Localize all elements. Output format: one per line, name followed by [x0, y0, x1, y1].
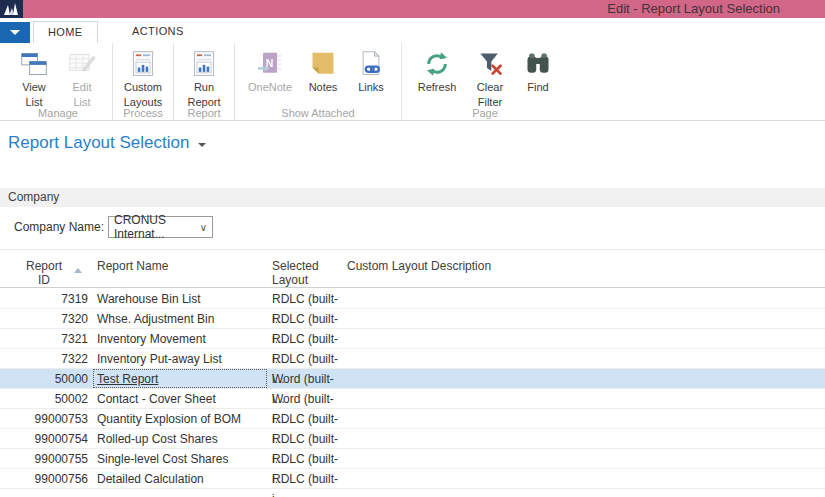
- custom-layout-description-cell[interactable]: [342, 349, 825, 368]
- notes-button[interactable]: Notes: [300, 47, 346, 96]
- column-header-report-name[interactable]: Report Name: [97, 259, 168, 273]
- table-row[interactable]: 50002Contact - Cover SheetWord (built-i.…: [0, 389, 825, 409]
- selected-layout-cell[interactable]: RDLC (built-i...: [267, 429, 342, 448]
- tab-actions[interactable]: ACTIONS: [118, 21, 198, 43]
- table-row[interactable]: 99000756Detailed CalculationRDLC (built-…: [0, 469, 825, 489]
- ribbon-group-label: Page: [402, 107, 568, 119]
- report-name-cell[interactable]: Single-level Cost Shares: [93, 449, 267, 468]
- divider: [0, 249, 825, 250]
- button-label: Clear: [477, 81, 503, 94]
- clear-filter-button[interactable]: Clear Filter: [467, 47, 513, 109]
- report-name-cell[interactable]: Rolled-up Cost Shares: [93, 429, 267, 448]
- report-id-cell[interactable]: 99000754: [0, 429, 88, 448]
- onenote-icon: N: [255, 49, 285, 79]
- table-row[interactable]: 99000754Rolled-up Cost SharesRDLC (built…: [0, 429, 825, 449]
- custom-layout-description-cell[interactable]: [342, 429, 825, 448]
- refresh-button[interactable]: Refresh: [409, 47, 465, 96]
- button-label: Notes: [309, 81, 338, 94]
- report-id-cell[interactable]: 50000: [0, 369, 88, 388]
- column-header-selected-layout[interactable]: SelectedLayout: [272, 259, 319, 287]
- selected-layout-cell[interactable]: Word (built-i...: [267, 389, 342, 408]
- table-row[interactable]: 7320Whse. Adjustment BinRDLC (built-i...: [0, 309, 825, 329]
- view-list-button[interactable]: View List: [11, 47, 57, 109]
- custom-layout-description-cell[interactable]: [342, 309, 825, 328]
- report-id-cell[interactable]: 99000753: [0, 409, 88, 428]
- find-button[interactable]: Find: [515, 47, 561, 96]
- report-name-cell[interactable]: Warehouse Bin List: [93, 289, 267, 308]
- button-label: Run: [194, 81, 214, 94]
- report-id-cell[interactable]: 7319: [0, 289, 88, 308]
- ribbon-group-report: Run Report Report: [173, 43, 234, 120]
- column-header-report-id[interactable]: ReportID: [0, 259, 88, 287]
- custom-layout-description-cell[interactable]: [342, 449, 825, 468]
- onenote-button[interactable]: N OneNote: [242, 47, 298, 96]
- run-report-icon: [189, 49, 219, 79]
- tab-home[interactable]: HOME: [33, 21, 98, 43]
- sort-ascending-icon: [74, 268, 82, 273]
- selected-layout-cell[interactable]: RDLC (built-i...: [267, 449, 342, 468]
- custom-layout-description-cell[interactable]: [342, 369, 825, 388]
- selected-layout-cell[interactable]: Word (built-i...: [267, 369, 342, 388]
- report-name-cell[interactable]: Test Report: [93, 369, 267, 388]
- table-header: ReportID Report Name SelectedLayout Cust…: [0, 253, 825, 288]
- table-row[interactable]: 99000753Quantity Explosion of BOMRDLC (b…: [0, 409, 825, 429]
- ribbon-group-process: Custom Layouts Process: [112, 43, 173, 120]
- report-id-cell[interactable]: 7322: [0, 349, 88, 368]
- refresh-icon: [422, 49, 452, 79]
- report-name-cell[interactable]: Inventory Movement: [93, 329, 267, 348]
- report-id-cell[interactable]: 50002: [0, 389, 88, 408]
- application-menu-button[interactable]: [0, 22, 30, 43]
- custom-layout-description-cell[interactable]: [342, 289, 825, 308]
- report-id-cell[interactable]: 99000756: [0, 469, 88, 488]
- custom-layout-description-cell[interactable]: [342, 389, 825, 408]
- table-row[interactable]: 7321Inventory MovementRDLC (built-i...: [0, 329, 825, 349]
- custom-layout-description-cell[interactable]: [342, 409, 825, 428]
- table-row[interactable]: 7319Warehouse Bin ListRDLC (built-i...: [0, 289, 825, 309]
- button-label: View: [22, 81, 46, 94]
- report-id-cell[interactable]: 99000755: [0, 449, 88, 468]
- company-section-header[interactable]: Company: [0, 188, 825, 207]
- notes-icon: [308, 49, 338, 79]
- report-name-cell[interactable]: Contact - Cover Sheet: [93, 389, 267, 408]
- report-id-cell[interactable]: 7320: [0, 309, 88, 328]
- find-icon: [523, 49, 553, 79]
- button-label: Refresh: [418, 81, 457, 94]
- dynamics-nav-app-icon: [0, 0, 23, 18]
- company-name-select[interactable]: CRONUS Internat... ∨: [108, 216, 213, 238]
- selected-layout-cell[interactable]: RDLC (built-i...: [267, 349, 342, 368]
- report-name-cell[interactable]: Inventory Put-away List: [93, 349, 267, 368]
- ribbon-group-label: Show Attached: [235, 107, 401, 119]
- page-title: Report Layout Selection: [8, 133, 189, 153]
- table-row[interactable]: 99000755Single-level Cost SharesRDLC (bu…: [0, 449, 825, 469]
- report-id-cell[interactable]: 7321: [0, 329, 88, 348]
- selected-layout-cell[interactable]: RDLC (built-i...: [267, 329, 342, 348]
- page-title-dropdown-icon[interactable]: [198, 143, 206, 147]
- report-name-cell[interactable]: Detailed Calculation: [93, 469, 267, 488]
- selected-layout-cell[interactable]: RDLC (built-i...: [267, 409, 342, 428]
- page-title-row: Report Layout Selection: [8, 133, 206, 153]
- report-name-cell[interactable]: Whse. Adjustment Bin: [93, 309, 267, 328]
- links-button[interactable]: Links: [348, 47, 394, 96]
- selected-layout-cell[interactable]: RDLC (built-i...: [267, 469, 342, 488]
- edit-list-icon: [67, 49, 97, 79]
- button-label: Custom: [124, 81, 162, 94]
- custom-layout-description-cell[interactable]: [342, 469, 825, 488]
- selected-layout-cell[interactable]: RDLC (built-i...: [267, 309, 342, 328]
- custom-layouts-icon: [128, 49, 158, 79]
- custom-layout-description-cell[interactable]: [342, 329, 825, 348]
- button-label: Edit: [73, 81, 92, 94]
- selected-layout-cell[interactable]: RDLC (built-i...: [267, 289, 342, 308]
- ribbon-group-label: Manage: [4, 107, 112, 119]
- ribbon-group-label: Report: [174, 107, 234, 119]
- ribbon-group-page: Refresh Clear Filter: [401, 43, 568, 120]
- column-header-custom-layout-description[interactable]: Custom Layout Description: [347, 259, 491, 273]
- run-report-button[interactable]: Run Report: [181, 47, 227, 109]
- edit-list-button[interactable]: Edit List: [59, 47, 105, 109]
- table-row[interactable]: 50000Test ReportWord (built-i...: [0, 369, 825, 389]
- button-label: Links: [358, 81, 384, 94]
- clear-filter-icon: [475, 49, 505, 79]
- custom-layouts-button[interactable]: Custom Layouts: [120, 47, 166, 109]
- report-name-cell[interactable]: Quantity Explosion of BOM: [93, 409, 267, 428]
- ribbon-group-manage: View List Edit List Manage: [4, 43, 112, 120]
- table-row[interactable]: 7322Inventory Put-away ListRDLC (built-i…: [0, 349, 825, 369]
